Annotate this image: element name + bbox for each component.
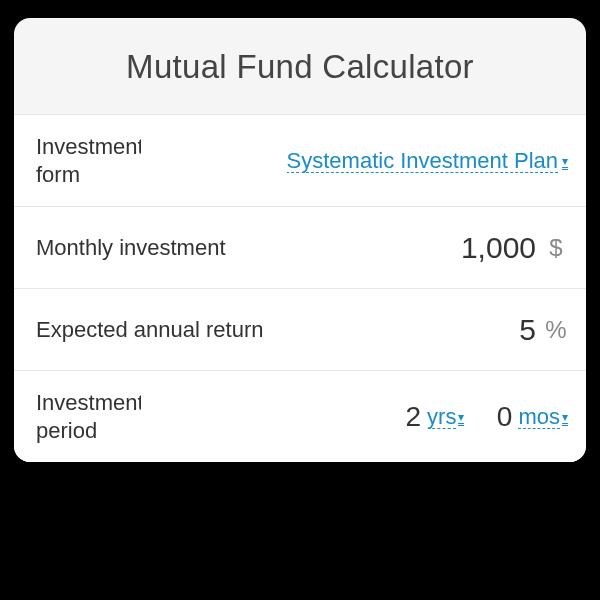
years-group: yrs ▾ [381,401,464,433]
years-unit-label: yrs [427,404,456,430]
card-title: Mutual Fund Calculator [14,18,586,114]
content-monthly-investment: $ [226,231,568,265]
chevron-down-icon: ▾ [562,410,568,424]
row-investment-form: Investment form Systematic Investment Pl… [14,114,586,206]
calculator-card: Mutual Fund Calculator Investment form S… [14,18,586,462]
label-expected-return: Expected annual return [36,316,264,344]
input-years[interactable] [381,401,421,433]
months-unit-label: mos [518,404,560,430]
dropdown-years-unit[interactable]: yrs ▾ [427,404,464,430]
dropdown-months-unit[interactable]: mos ▾ [518,404,568,430]
label-investment-period: Investment period [36,389,141,444]
unit-percent: % [544,316,568,344]
row-expected-return: Expected annual return % [14,288,586,370]
content-investment-form: Systematic Investment Plan ▾ [141,148,568,174]
row-investment-period: Investment period yrs ▾ mos ▾ [14,370,586,462]
content-investment-period: yrs ▾ mos ▾ [141,401,568,433]
chevron-down-icon: ▾ [562,154,568,168]
dropdown-investment-form[interactable]: Systematic Investment Plan ▾ [287,148,568,174]
months-group: mos ▾ [472,401,568,433]
dropdown-value: Systematic Investment Plan [287,148,558,174]
row-monthly-investment: Monthly investment $ [14,206,586,288]
label-investment-form: Investment form [36,133,141,188]
input-expected-return[interactable] [416,313,536,347]
label-monthly-investment: Monthly investment [36,234,226,262]
unit-dollar: $ [544,234,568,262]
chevron-down-icon: ▾ [458,410,464,424]
input-months[interactable] [472,401,512,433]
content-expected-return: % [264,313,569,347]
input-monthly-investment[interactable] [416,231,536,265]
